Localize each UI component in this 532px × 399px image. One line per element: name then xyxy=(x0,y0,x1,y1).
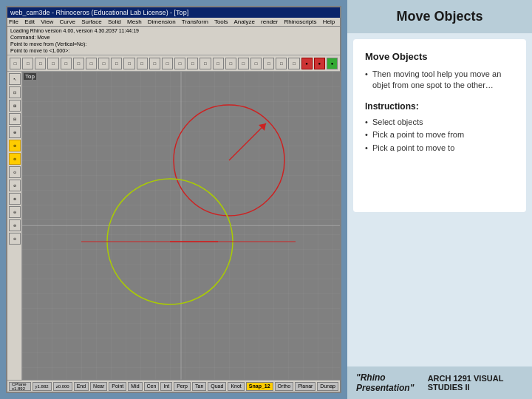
menu-help[interactable]: Help xyxy=(323,18,335,25)
tb-btn-14[interactable]: □ xyxy=(174,58,185,69)
footer-left: "Rhino Presentation" xyxy=(356,372,428,393)
tb-btn-25[interactable]: ● xyxy=(314,58,325,69)
side-btn-9[interactable]: ⊘ xyxy=(9,180,21,191)
panel-spacer xyxy=(347,218,532,367)
tb-btn-12[interactable]: □ xyxy=(149,58,160,69)
side-btn-8[interactable]: ⊙ xyxy=(9,166,21,178)
menu-rhinoscripts[interactable]: Rhinoscripts xyxy=(284,18,316,25)
menu-mesh[interactable]: Mesh xyxy=(127,18,142,25)
tb-btn-21[interactable]: □ xyxy=(263,58,274,69)
side-btn-2[interactable]: ⊡ xyxy=(9,86,21,98)
menu-solid[interactable]: Solid xyxy=(108,18,121,25)
side-btn-12[interactable]: ⊜ xyxy=(9,219,21,231)
menu-dimension[interactable]: Dimension xyxy=(148,18,176,25)
tb-btn-20[interactable]: □ xyxy=(250,58,262,69)
status-cen[interactable]: Cen xyxy=(144,382,160,391)
tb-btn-7[interactable]: □ xyxy=(86,58,97,69)
tb-btn-4[interactable]: □ xyxy=(47,58,58,69)
tb-btn-15[interactable]: □ xyxy=(187,58,198,69)
menu-curve[interactable]: Curve xyxy=(60,18,75,25)
status-quad[interactable]: Quad xyxy=(208,382,226,391)
side-btn-6[interactable]: ⊛ xyxy=(9,140,21,151)
menu-view[interactable]: View xyxy=(41,18,53,25)
tb-btn-3[interactable]: □ xyxy=(35,58,46,69)
tb-btn-6[interactable]: □ xyxy=(73,58,84,69)
status-mid[interactable]: Mid xyxy=(128,382,142,391)
panel-footer: "Rhino Presentation" ARCH 1291 VISUAL ST… xyxy=(347,366,532,399)
side-btn-13[interactable]: ⊝ xyxy=(9,233,21,245)
status-coords: CPlane x1.892 xyxy=(9,382,31,391)
tb-btn-23[interactable]: □ xyxy=(288,58,299,69)
rhino-titlebar: web_cam3de - Rhinoceros (Educational Lab… xyxy=(7,7,340,18)
instr-item-2: Pick a point to move from xyxy=(365,129,514,141)
status-int[interactable]: Int xyxy=(160,382,172,391)
side-btn-3[interactable]: ⊞ xyxy=(9,100,21,112)
panel-header: Move Objects xyxy=(347,0,532,33)
menu-surface[interactable]: Surface xyxy=(81,18,102,25)
tb-btn-1[interactable]: □ xyxy=(10,58,21,69)
content-title: Move Objects xyxy=(365,51,514,62)
tb-btn-11[interactable]: □ xyxy=(137,58,148,69)
status-snap[interactable]: Snap_12 xyxy=(246,382,273,391)
status-y: y1.882 xyxy=(33,382,52,391)
rhino-window: web_cam3de - Rhinoceros (Educational Lab… xyxy=(6,6,341,393)
tb-btn-17[interactable]: □ xyxy=(213,58,224,69)
tb-btn-5[interactable]: □ xyxy=(61,58,72,69)
viewport-grid xyxy=(22,72,340,380)
viewport-area[interactable]: Top xyxy=(22,72,340,380)
rhino-area: web_cam3de - Rhinoceros (Educational Lab… xyxy=(0,0,347,399)
status-knot[interactable]: Knot xyxy=(228,382,244,391)
cmd-line2: Command: Move xyxy=(10,34,337,41)
status-dunap[interactable]: Dunap xyxy=(317,382,338,391)
window-title: web_cam3de - Rhinoceros (Educational Lab… xyxy=(10,9,188,16)
tb-btn-8[interactable]: □ xyxy=(98,58,109,69)
tb-btn-2[interactable]: □ xyxy=(22,58,33,69)
panel-content: Move Objects Then moving tool help you m… xyxy=(353,39,526,212)
rhino-toolbar: □ □ □ □ □ □ □ □ □ □ □ □ □ □ □ □ □ □ □ □ xyxy=(7,55,340,72)
cmd-line1: Loading Rhino version 4.00, version 4.30… xyxy=(10,27,337,34)
rhino-sidebar: ↖ ⊡ ⊞ ⊟ ⊕ ⊛ ⊚ ⊙ ⊘ ⊗ ⊖ ⊜ ⊝ xyxy=(7,72,22,380)
tb-btn-22[interactable]: □ xyxy=(276,58,287,69)
status-planar[interactable]: Planar xyxy=(295,382,316,391)
side-btn-4[interactable]: ⊟ xyxy=(9,113,21,125)
tb-btn-9[interactable]: □ xyxy=(111,58,122,69)
side-btn-10[interactable]: ⊗ xyxy=(9,193,21,205)
status-near[interactable]: Near xyxy=(90,382,107,391)
footer-right: ARCH 1291 VISUAL STUDIES II xyxy=(428,374,523,392)
status-end[interactable]: End xyxy=(74,382,89,391)
tb-btn-16[interactable]: □ xyxy=(200,58,211,69)
tb-btn-13[interactable]: □ xyxy=(162,58,173,69)
status-ortho[interactable]: Ortho xyxy=(275,382,294,391)
description-list: Then moving tool help you move an objet … xyxy=(365,68,514,92)
side-btn-11[interactable]: ⊖ xyxy=(9,206,21,218)
tb-btn-10[interactable]: □ xyxy=(123,58,134,69)
menu-analyze[interactable]: Analyze xyxy=(233,18,254,25)
menu-tools[interactable]: Tools xyxy=(214,18,228,25)
status-point[interactable]: Point xyxy=(109,382,126,391)
menu-render[interactable]: render xyxy=(261,18,278,25)
instr-item-1: Select objects xyxy=(365,116,514,129)
desc-item-1: Then moving tool help you move an objet … xyxy=(365,68,514,92)
status-z: z0.000 xyxy=(53,382,72,391)
menu-file[interactable]: File xyxy=(9,18,18,25)
instr-item-3: Pick a point to move to xyxy=(365,142,514,154)
cmd-line4: Point to move to <1.000>: xyxy=(10,47,337,54)
menu-transform[interactable]: Transform xyxy=(182,18,208,25)
menu-edit[interactable]: Edit xyxy=(24,18,35,25)
right-panel: Move Objects Move Objects Then moving to… xyxy=(347,0,532,399)
panel-title: Move Objects xyxy=(396,9,482,24)
rhino-menubar[interactable]: File Edit View Curve Surface Solid Mesh … xyxy=(7,18,340,27)
status-perp[interactable]: Perp xyxy=(174,382,191,391)
tb-btn-26[interactable]: ● xyxy=(327,58,338,69)
rhino-statusbar: CPlane x1.892 y1.882 z0.000 End Near Poi… xyxy=(7,380,340,392)
side-btn-7[interactable]: ⊚ xyxy=(9,153,21,165)
status-x: CPlane x1.892 xyxy=(12,382,28,391)
rhino-command-area: Loading Rhino version 4.00, version 4.30… xyxy=(7,27,340,55)
status-tan[interactable]: Tan xyxy=(192,382,206,391)
tb-btn-18[interactable]: □ xyxy=(225,58,236,69)
tb-btn-24[interactable]: ● xyxy=(301,58,313,69)
side-btn-5[interactable]: ⊕ xyxy=(9,126,21,138)
tb-btn-19[interactable]: □ xyxy=(238,58,249,69)
side-btn-1[interactable]: ↖ xyxy=(9,73,21,85)
instructions-title: Instructions: xyxy=(365,101,514,112)
